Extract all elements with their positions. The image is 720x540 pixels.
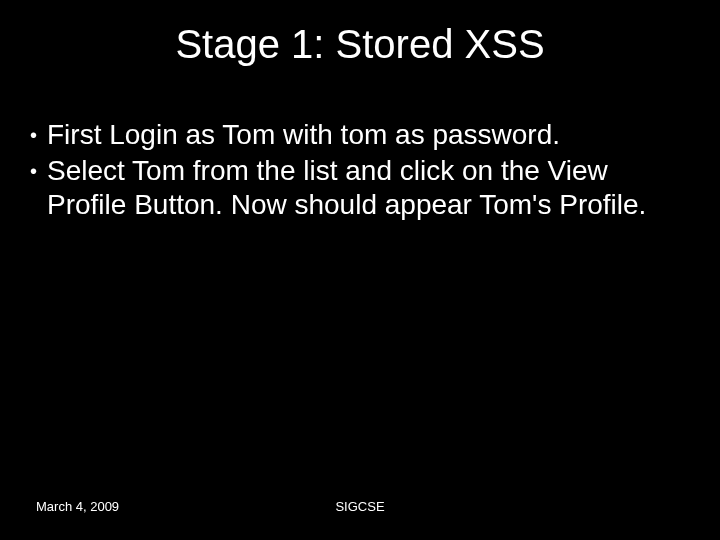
slide-body: • First Login as Tom with tom as passwor… [40, 118, 680, 224]
bullet-item: • First Login as Tom with tom as passwor… [40, 118, 680, 152]
bullet-item: • Select Tom from the list and click on … [40, 154, 680, 222]
footer-venue: SIGCSE [0, 499, 720, 514]
bullet-dot-icon: • [30, 154, 37, 188]
bullet-dot-icon: • [30, 118, 37, 152]
slide-title: Stage 1: Stored XSS [0, 22, 720, 67]
slide: Stage 1: Stored XSS • First Login as Tom… [0, 0, 720, 540]
bullet-text: Select Tom from the list and click on th… [47, 154, 680, 222]
bullet-text: First Login as Tom with tom as password. [47, 118, 680, 152]
